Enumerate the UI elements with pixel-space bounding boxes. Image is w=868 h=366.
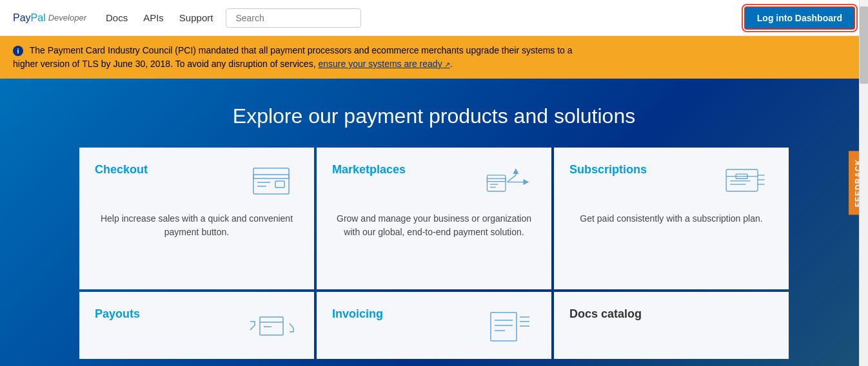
alert-banner: i The Payment Card Industry Council (PCI…	[0, 36, 868, 79]
card-invoicing[interactable]: Invoicing	[317, 292, 551, 359]
alert-text-2: higher version of TLS by June 30, 2018. …	[13, 59, 316, 69]
card-subscriptions-desc: Get paid consistently with a subscriptio…	[569, 212, 773, 226]
logo: PayPal Developer	[13, 12, 86, 24]
card-payouts-header: Payouts	[95, 307, 299, 346]
invoicing-icon	[484, 307, 536, 346]
alert-link[interactable]: ensure your systems are ready	[318, 59, 449, 69]
card-docs-catalog[interactable]: Docs catalog	[554, 292, 789, 359]
navbar-right: Log into Dashboard	[744, 6, 855, 30]
payouts-icon	[247, 307, 299, 346]
card-invoicing-header: Invoicing	[332, 307, 536, 346]
card-payouts[interactable]: Payouts	[79, 292, 314, 359]
cards-grid: Checkout Help increase sales with a quic…	[79, 148, 789, 289]
card-checkout-header: Checkout	[95, 163, 299, 202]
marketplace-icon	[484, 163, 536, 202]
bottom-cards-row: Payouts Invoicing	[79, 292, 789, 359]
alert-icon: i	[13, 46, 23, 56]
svg-rect-23	[491, 313, 517, 341]
nav-link-apis[interactable]: APIs	[143, 12, 164, 23]
svg-marker-11	[523, 179, 529, 185]
card-checkout-title: Checkout	[95, 163, 148, 177]
nav-link-support[interactable]: Support	[179, 12, 213, 23]
hero-title: Explore our payment products and solutio…	[13, 104, 855, 128]
login-button[interactable]: Log into Dashboard	[744, 6, 855, 30]
card-subscriptions-title: Subscriptions	[569, 163, 647, 177]
card-docs-catalog-header: Docs catalog	[569, 307, 773, 321]
subscription-icon	[722, 163, 773, 202]
card-invoicing-title: Invoicing	[332, 307, 383, 321]
card-docs-catalog-title: Docs catalog	[569, 307, 642, 321]
search-input[interactable]	[226, 8, 361, 28]
card-checkout[interactable]: Checkout Help increase sales with a quic…	[79, 148, 314, 289]
card-marketplaces[interactable]: Marketplaces Grow and manage your busine…	[317, 148, 551, 289]
svg-rect-4	[275, 181, 284, 188]
card-marketplaces-title: Marketplaces	[332, 163, 406, 177]
alert-text-1: The Payment Card Industry Council (PCI) …	[30, 45, 573, 55]
svg-rect-20	[260, 317, 283, 335]
card-marketplaces-header: Marketplaces	[332, 163, 536, 202]
svg-rect-1	[253, 175, 289, 178]
svg-rect-6	[487, 178, 505, 181]
nav-link-docs[interactable]: Docs	[106, 12, 128, 23]
card-marketplaces-desc: Grow and manage your business or organiz…	[332, 212, 536, 239]
card-checkout-desc: Help increase sales with a quick and con…	[95, 212, 299, 239]
svg-rect-5	[487, 175, 505, 191]
scrollbar-thumb[interactable]	[860, 6, 868, 84]
alert-text-3: .	[450, 59, 453, 69]
checkout-icon	[247, 163, 299, 202]
hero-section: Explore our payment products and solutio…	[0, 79, 868, 366]
logo-developer-label: Developer	[48, 13, 86, 23]
nav-links: Docs APIs Support	[106, 12, 213, 23]
card-subscriptions[interactable]: Subscriptions Get paid consistently with…	[554, 148, 789, 289]
card-payouts-title: Payouts	[95, 307, 140, 321]
navbar: PayPal Developer Docs APIs Support Log i…	[0, 0, 868, 36]
scrollbar[interactable]	[859, 0, 868, 366]
logo-pay: PayPal	[13, 12, 46, 24]
svg-rect-12	[726, 169, 758, 191]
card-subscriptions-header: Subscriptions	[569, 163, 773, 202]
svg-marker-9	[513, 168, 518, 174]
